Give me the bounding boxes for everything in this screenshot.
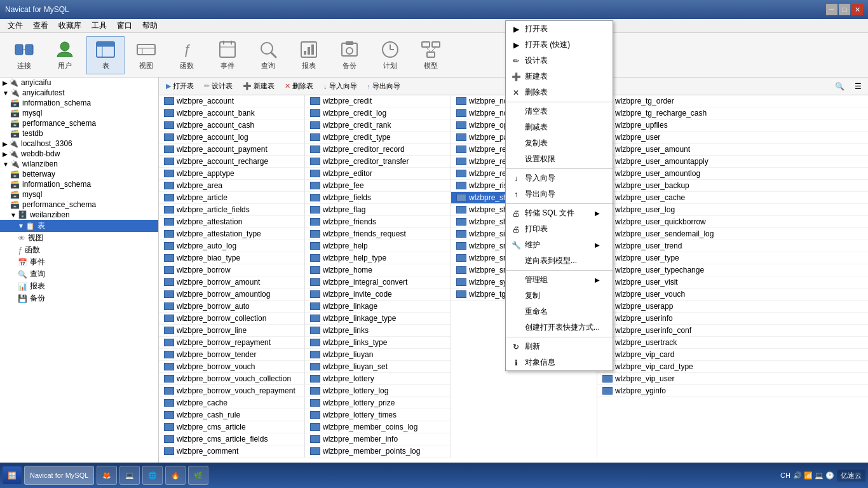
table-item[interactable]: wlzbpre_lottery_log	[305, 385, 451, 397]
table-item[interactable]: wlzbpre_vip_user	[597, 373, 868, 385]
table-item[interactable]: wlzbpre_lottery_prize	[305, 397, 451, 409]
table-item[interactable]: wlzbpre_yginfo	[597, 385, 868, 397]
table-item[interactable]: wlzbpre_borrow_auto	[159, 301, 304, 313]
sidebar-item-chaxun[interactable]: 🔍 查询	[0, 268, 158, 280]
table-item[interactable]: wlzbpre_linkage_type	[305, 313, 451, 325]
table-item[interactable]: wlzbpre_home	[305, 264, 451, 276]
context-menu-new-table[interactable]: ➕ 新建表	[506, 69, 613, 85]
table-item[interactable]: wlzbpre_auto_log	[159, 240, 304, 252]
table-item[interactable]: wlzbpre_lottery_times	[305, 409, 451, 421]
menu-tools[interactable]: 工具	[86, 19, 112, 32]
table-item[interactable]: wlzbpre_user_visit	[597, 276, 868, 288]
table-item[interactable]: wlzbpre_borrow_amount	[159, 276, 304, 288]
table-item[interactable]: wlzbpre_links_type	[305, 337, 451, 349]
close-button[interactable]: ✕	[851, 4, 863, 15]
taskbar-app1[interactable]: 🦊	[97, 466, 117, 485]
taskbar-app2[interactable]: 💻	[119, 466, 140, 485]
sidebar-item-baobiao[interactable]: 📊 报表	[0, 280, 158, 292]
content-btn-open[interactable]: ▶ 打开表	[161, 79, 198, 93]
table-item[interactable]: wlzbpre_user_type	[597, 252, 868, 264]
context-menu-refresh[interactable]: ↻ 刷新	[506, 339, 613, 355]
sidebar-item-mysql-2[interactable]: 🗃️ mysql	[0, 189, 158, 200]
minimize-button[interactable]: ─	[826, 4, 837, 15]
table-item[interactable]: wlzbpre_borrow_vouch	[159, 361, 304, 373]
context-menu-open-table-quick[interactable]: ▶ 打开表 (快速)	[506, 37, 613, 53]
table-item[interactable]: wlzbpre_member_info	[305, 433, 451, 445]
context-menu-object-info[interactable]: ℹ 对象信息	[506, 355, 613, 370]
table-item[interactable]: wlzbpre_account_recharge	[159, 156, 304, 168]
toolbar-table[interactable]: 表	[86, 36, 125, 74]
taskbar-navicat[interactable]: Navicat for MySQL	[24, 466, 94, 485]
table-item[interactable]: wlzbpre_creditor_transfer	[305, 156, 451, 168]
table-item[interactable]: wlzbpre_user_backup	[597, 180, 868, 192]
table-item[interactable]: wlzbpre_usertrack	[597, 337, 868, 349]
table-item[interactable]: wlzbpre_borrow_amountlog	[159, 288, 304, 301]
sidebar-item-wilanziben[interactable]: ▼ 🔌 wilanziben	[0, 159, 158, 169]
sidebar-item-beifen[interactable]: 💾 备份	[0, 292, 158, 304]
table-item[interactable]: wlzbpre_linkage	[305, 301, 451, 313]
table-item[interactable]: wlzbpre_user	[597, 132, 868, 144]
table-item[interactable]: wlzbpre_links	[305, 325, 451, 337]
menu-favorites[interactable]: 收藏库	[53, 19, 86, 32]
table-item[interactable]: wlzbpre_cms_article	[159, 421, 304, 433]
table-item[interactable]: wlzbpre_liuyan_set	[305, 361, 451, 373]
table-item[interactable]: wlzbpre_user_sendemail_log	[597, 228, 868, 240]
table-item[interactable]: wlzbpre_user_quickborrow	[597, 216, 868, 228]
toolbar-connect[interactable]: 连接	[5, 36, 43, 74]
toolbar-report[interactable]: 报表	[290, 36, 328, 74]
table-item[interactable]: wlzbpre_attestation_type	[159, 228, 304, 240]
table-item[interactable]: wlzbpre_credit_log	[305, 107, 451, 119]
table-item[interactable]: wlzbpre_user_vouch	[597, 288, 868, 301]
table-item[interactable]: wlzbpre_comment	[159, 445, 304, 458]
table-item[interactable]: wlzbpre_borrow	[159, 264, 304, 276]
start-button[interactable]: 🪟	[3, 466, 22, 484]
table-item[interactable]: wlzbpre_area	[159, 180, 304, 192]
table-item[interactable]: wlzbpre_creditor_record	[305, 144, 451, 156]
table-item[interactable]: wlzbpre_borrow_repayment	[159, 337, 304, 349]
sidebar-item-anyicaifu[interactable]: ▶ 🔌 anyicaifu	[0, 78, 158, 88]
sidebar-item-mysql-1[interactable]: 🗃️ mysql	[0, 108, 158, 118]
context-menu-import[interactable]: ↓ 导入向导	[506, 170, 613, 186]
table-item[interactable]: wlzbpre_userinfo	[597, 313, 868, 325]
context-menu-print[interactable]: 🖨 打印表	[506, 221, 613, 237]
expand-arrow-anyicaifutest[interactable]: ▼	[3, 90, 9, 97]
table-item[interactable]: wlzbpre_credit_rank	[305, 119, 451, 132]
table-item[interactable]: wlzbpre_userinfo_conf	[597, 325, 868, 337]
table-item[interactable]: wlzbpre_user_log	[597, 204, 868, 216]
table-item[interactable]: wlzbpre_integral_convert	[305, 276, 451, 288]
sidebar-item-localhost[interactable]: ▶ 🔌 localhost_3306	[0, 139, 158, 149]
sidebar-item-performance-schema-2[interactable]: 🗃️ performance_schema	[0, 200, 158, 210]
expand-arrow-biao[interactable]: ▼	[18, 222, 24, 229]
table-item[interactable]: wlzbpre_borrow_collection	[159, 313, 304, 325]
content-btn-new[interactable]: ➕ 新建表	[238, 79, 279, 93]
table-item[interactable]: wlzbpre_article_fields	[159, 204, 304, 216]
context-menu-maintenance[interactable]: 🔧 维护 ▶	[506, 237, 613, 253]
table-item[interactable]: wlzbpre_lottery	[305, 373, 451, 385]
table-item[interactable]: wlzbpre_tg_order	[597, 95, 868, 107]
table-item[interactable]: wlzbpre_cms_article_fields	[159, 433, 304, 445]
table-item[interactable]: wlzbpre_friends	[305, 216, 451, 228]
filter-icon[interactable]: ☰	[851, 81, 865, 92]
search-icon[interactable]: 🔍	[831, 81, 848, 92]
sidebar-item-information-schema-2[interactable]: 🗃️ information_schema	[0, 179, 158, 189]
table-item[interactable]: wlzbpre_user_cache	[597, 192, 868, 204]
content-btn-design[interactable]: ✏ 设计表	[200, 79, 237, 93]
toolbar-backup[interactable]: 备份	[330, 36, 369, 74]
context-menu-transfer-sql[interactable]: 🖨 转储 SQL 文件 ▶	[506, 205, 613, 221]
table-item[interactable]: wlzbpre_account_payment	[159, 144, 304, 156]
table-item[interactable]: wlzbpre_article	[159, 192, 304, 204]
context-menu-create-shortcut[interactable]: 创建打开表快捷方式...	[506, 320, 613, 336]
table-item[interactable]: wlzbpre_vip_card	[597, 349, 868, 361]
table-item[interactable]: wlzbpre_vip_card_type	[597, 361, 868, 373]
table-item[interactable]: wlzbpre_fee	[305, 180, 451, 192]
toolbar-user[interactable]: 用户	[46, 36, 84, 74]
taskbar-app3[interactable]: 🌐	[142, 466, 163, 485]
table-item[interactable]: wlzbpre_upfiles	[597, 119, 868, 132]
expand-arrow[interactable]: ▶	[3, 79, 8, 86]
context-menu-copy-table[interactable]: 复制表	[506, 135, 613, 151]
context-menu-reverse-to-model[interactable]: 逆向表到模型...	[506, 253, 613, 269]
table-item[interactable]: wlzbpre_apptype	[159, 168, 304, 180]
table-item[interactable]: wlzbpre_user_typechange	[597, 264, 868, 276]
menu-help[interactable]: 帮助	[137, 19, 163, 32]
table-item[interactable]: wlzbpre_user_amountapply	[597, 156, 868, 168]
